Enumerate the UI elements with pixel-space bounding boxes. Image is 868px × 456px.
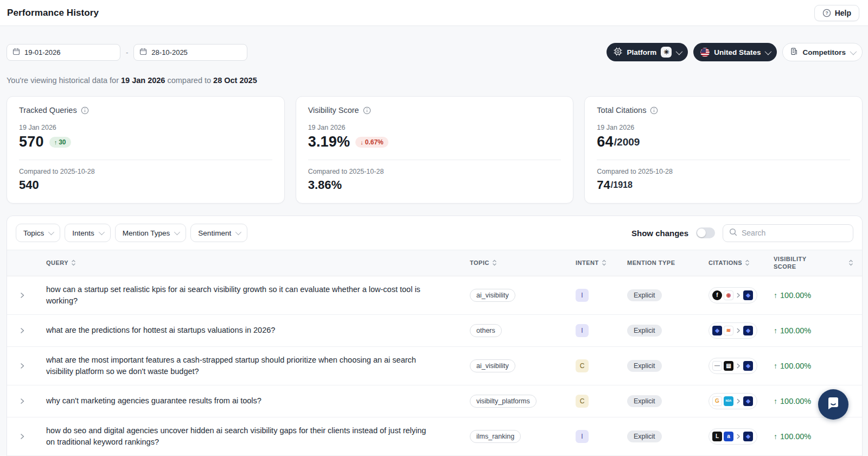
help-label: Help [835,9,851,17]
queries-table-card: Topics Intents Mention Types Sentiment S… [7,216,863,456]
topic-pill: ai_visibility [470,289,515,302]
chat-bubble-icon [826,396,841,413]
query-text: how can a startup set realistic kpis for… [46,284,429,307]
historical-data-notice: You're viewing historical data for 19 Ja… [7,76,863,85]
citation-favicon: ◆ [743,326,753,335]
citations-pill[interactable]: f◉◆ [709,287,757,303]
up-arrow-icon [774,326,777,335]
help-question-icon: ? [822,9,831,17]
card-title: Tracked Queries [19,106,77,115]
date-range-group: 19-01-2026 - 28-10-2025 [7,44,247,61]
competitors-label: Competitors [802,48,846,56]
chat-launcher-button[interactable] [818,389,848,420]
chevron-down-icon [676,48,683,55]
table-header-row: QUERY TOPIC INTENT MENTION TYPE CITATION… [7,250,862,276]
mention-type-pill: Explicit [627,430,662,442]
topic-pill: visibilty_platforms [470,395,537,408]
query-text: why can't marketing agencies guarantee r… [46,395,429,407]
topic-pill: ilms_ranking [470,430,521,443]
intents-filter-label: Intents [72,229,94,237]
date-from-value: 19-01-2026 [24,48,61,56]
row-expand-chevron-icon[interactable] [16,289,29,302]
intents-filter-dropdown[interactable]: Intents [65,224,111,242]
citation-favicon: ◆ [743,290,753,300]
citation-favicon: ◉ [724,290,733,300]
citations-column-header[interactable]: CITATIONS [709,259,774,267]
query-column-header[interactable]: QUERY [46,259,470,267]
sort-icon[interactable] [848,259,853,266]
citations-pill[interactable]: GNDA◆ [709,393,757,409]
info-icon[interactable] [363,106,371,115]
citation-favicon: ◆ [743,432,753,441]
visibility-score-column-header[interactable]: VISIBILITYSCORE [774,255,853,271]
intent-badge: C [576,395,589,408]
mention-types-filter-dropdown[interactable]: Mention Types [115,224,187,242]
topic-column-header[interactable]: TOPIC [470,259,576,267]
sort-icon[interactable] [492,259,497,266]
card-title-row: Tracked Queries [19,106,272,115]
row-expand-chevron-icon[interactable] [16,395,29,408]
table-row[interactable]: how do seo and digital agencies uncover … [7,417,862,456]
country-dropdown[interactable]: United States [693,43,777,61]
citation-favicon: L [712,432,722,441]
us-flag-icon [700,48,710,57]
search-input[interactable] [742,229,847,237]
help-button[interactable]: ? Help [814,5,859,21]
date-to-input[interactable]: 28-10-2025 [133,44,247,61]
table-row[interactable]: what are the most important features a c… [7,347,862,385]
delta-badge: 0.67% [355,137,388,148]
country-label: United States [714,48,761,56]
date-from-input[interactable]: 19-01-2026 [7,44,120,61]
svg-text:?: ? [825,10,828,16]
query-text: how do seo and digital agencies uncover … [46,425,429,448]
intent-badge: C [576,359,589,372]
info-icon[interactable] [650,106,658,115]
show-changes-label: Show changes [631,229,688,238]
current-date-label: 19 Jan 2026 [308,124,561,131]
table-row[interactable]: how can a startup set realistic kpis for… [7,276,862,315]
platform-label: Platform [627,48,656,56]
sentiment-filter-dropdown[interactable]: Sentiment [190,224,247,242]
competitors-dropdown[interactable]: Competitors [782,43,863,61]
visibility-score-cell: 100.00% [774,432,853,441]
cpu-chip-icon [614,47,622,58]
sort-icon[interactable] [602,259,607,266]
card-divider [597,160,850,160]
show-changes-toggle[interactable] [696,227,715,238]
sort-icon[interactable] [745,259,750,266]
current-value: 64 [597,134,613,150]
controls-row: 19-01-2026 - 28-10-2025 Platform ✳ [7,43,863,61]
citations-pill[interactable]: La◆ [709,428,757,445]
citation-favicon: ◆ [743,396,753,406]
table-row[interactable]: why can't marketing agencies guarantee r… [7,385,862,417]
intent-badge: I [576,430,589,443]
card-title: Visibility Score [308,106,359,115]
table-row[interactable]: what are the predictions for hottest ai … [7,315,862,347]
page-title: Performance History [7,8,99,18]
chevron-down-icon [235,229,241,235]
visibility-score-cell: 100.00% [774,326,853,335]
notice-prefix: You're viewing historical data for [7,76,119,85]
row-expand-chevron-icon[interactable] [16,324,29,337]
citations-pill[interactable]: —▤◆ [709,358,757,374]
date-range-separator: - [126,48,128,56]
card-title-row: Visibility Score [308,106,561,115]
info-icon[interactable] [81,106,89,115]
platform-dropdown[interactable]: Platform ✳ [607,43,688,61]
filter-pill-group: Platform ✳ United States Competitors [607,43,863,61]
sentiment-filter-label: Sentiment [198,229,231,237]
intent-column-header[interactable]: INTENT [576,259,627,267]
notice-middle: compared to [167,76,211,85]
mention-type-pill: Explicit [627,325,662,337]
row-expand-chevron-icon[interactable] [16,430,29,443]
citations-pill[interactable]: ◆≋◆ [709,322,757,339]
compare-label: Compared to 2025-10-28 [597,168,850,175]
chevron-right-icon [735,327,742,334]
topics-filter-dropdown[interactable]: Topics [16,224,60,242]
citation-favicon: a [724,432,733,441]
sort-icon[interactable] [71,259,76,266]
tracked-queries-card: Tracked Queries 19 Jan 2026 570 30 Compa… [7,96,285,204]
row-expand-chevron-icon[interactable] [16,359,29,372]
query-text: what are the most important features a c… [46,354,429,377]
up-arrow-icon [774,291,777,300]
